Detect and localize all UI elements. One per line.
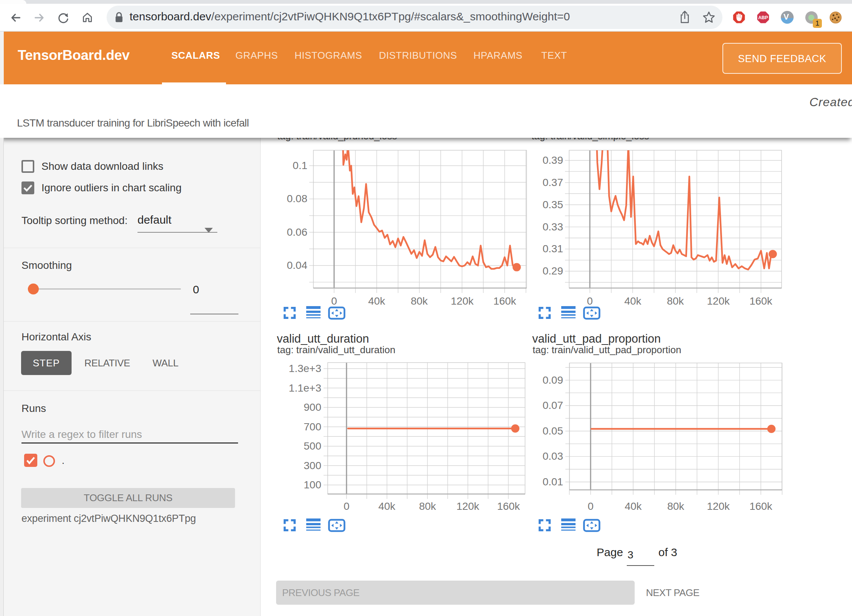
svg-text:ABP: ABP <box>758 15 768 20</box>
